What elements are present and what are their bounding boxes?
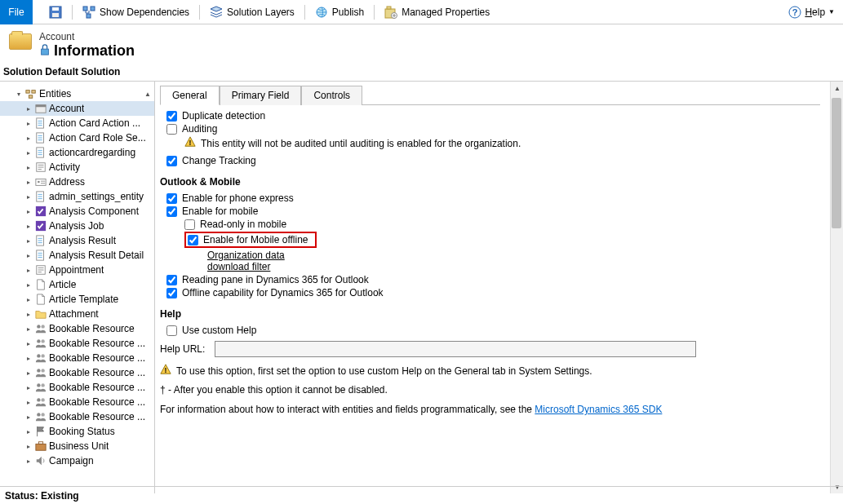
collapse-icon[interactable]: ▾ bbox=[15, 90, 23, 98]
tree-item[interactable]: ▸Action Card Role Se... bbox=[0, 130, 154, 145]
people-icon bbox=[35, 382, 47, 393]
expand-icon[interactable]: ▸ bbox=[24, 354, 33, 362]
tree-item[interactable]: ▸Bookable Resource ... bbox=[0, 336, 154, 351]
svg-rect-8 bbox=[387, 7, 391, 9]
expand-icon[interactable]: ▸ bbox=[24, 119, 33, 127]
tab-primary-field[interactable]: Primary Field bbox=[220, 86, 302, 105]
save-button[interactable] bbox=[44, 0, 67, 24]
duplicate-detection-checkbox[interactable] bbox=[166, 111, 177, 122]
tree-item-label: Article bbox=[49, 279, 76, 290]
expand-icon[interactable]: ▸ bbox=[24, 325, 33, 333]
tree-item[interactable]: ▸Bookable Resource ... bbox=[0, 351, 154, 365]
expand-icon[interactable]: ▸ bbox=[24, 281, 33, 289]
help-label: Help bbox=[805, 7, 825, 18]
solution-layers-button[interactable]: Solution Layers bbox=[205, 0, 299, 24]
tree-item[interactable]: ▸Attachment bbox=[0, 307, 154, 321]
tree-item[interactable]: ▸Bookable Resource bbox=[0, 321, 154, 336]
file-menu[interactable]: File bbox=[0, 0, 33, 24]
doc-icon bbox=[35, 294, 47, 305]
tab-general[interactable]: General bbox=[160, 86, 220, 105]
svg-point-43 bbox=[41, 413, 44, 416]
tree-root-entities[interactable]: ▾ Entities ▲ bbox=[0, 86, 154, 101]
tree-item[interactable]: ▸Bookable Resource ... bbox=[0, 409, 154, 424]
people-icon bbox=[35, 323, 47, 334]
tree-pane[interactable]: ▾ Entities ▲ ▸Account▸Action Card Action… bbox=[0, 82, 155, 493]
managed-properties-icon bbox=[384, 6, 397, 19]
tree-item[interactable]: ▸Action Card Action ... bbox=[0, 116, 154, 130]
tree-item[interactable]: ▸Bookable Resource ... bbox=[0, 380, 154, 395]
tree-item[interactable]: ▸Campaign bbox=[0, 453, 154, 468]
enable-phone-express-checkbox[interactable] bbox=[166, 193, 177, 204]
tree-item[interactable]: ▸Analysis Component bbox=[0, 204, 154, 219]
org-data-download-link[interactable]: Organization datadownload filter bbox=[207, 250, 285, 272]
tree-item[interactable]: ▸Address bbox=[0, 175, 154, 189]
tree-item[interactable]: ▸admin_settings_entity bbox=[0, 189, 154, 204]
expand-icon[interactable]: ▸ bbox=[24, 192, 33, 201]
readonly-mobile-checkbox[interactable] bbox=[184, 219, 195, 230]
tree-item[interactable]: ▸Business Unit bbox=[0, 439, 154, 453]
expand-icon[interactable]: ▸ bbox=[24, 148, 33, 157]
tree-item[interactable]: ▸Appointment bbox=[0, 263, 154, 277]
enable-mobile-checkbox[interactable] bbox=[166, 206, 177, 217]
tab-controls[interactable]: Controls bbox=[301, 86, 362, 105]
expand-icon[interactable]: ▸ bbox=[24, 222, 33, 230]
tree-item[interactable]: ▸Activity bbox=[0, 160, 154, 175]
expand-icon[interactable]: ▸ bbox=[24, 369, 33, 377]
offline-capability-checkbox[interactable] bbox=[166, 288, 177, 298]
publish-button[interactable]: Publish bbox=[310, 0, 369, 24]
expand-icon[interactable]: ▸ bbox=[24, 442, 33, 450]
auditing-checkbox[interactable] bbox=[166, 124, 177, 135]
expand-icon[interactable]: ▸ bbox=[24, 104, 33, 113]
managed-properties-button[interactable]: Managed Properties bbox=[379, 0, 495, 24]
card-icon bbox=[35, 176, 47, 188]
expand-icon[interactable]: ▸ bbox=[24, 295, 33, 303]
expand-icon[interactable]: ▸ bbox=[24, 383, 33, 391]
tree-item-label: Analysis Result bbox=[49, 235, 116, 246]
expand-icon[interactable]: ▸ bbox=[24, 178, 33, 186]
expand-icon[interactable]: ▸ bbox=[24, 266, 33, 274]
scrollbar[interactable]: ▲ ▼ bbox=[830, 82, 843, 493]
use-custom-help-checkbox[interactable] bbox=[166, 325, 177, 336]
tree-item[interactable]: ▸Analysis Job bbox=[0, 219, 154, 233]
tree-item[interactable]: ▸Article Template bbox=[0, 292, 154, 307]
tree-item[interactable]: ▸Bookable Resource ... bbox=[0, 365, 154, 380]
svg-point-41 bbox=[41, 398, 44, 401]
expand-icon[interactable]: ▸ bbox=[24, 310, 33, 318]
svg-rect-5 bbox=[87, 14, 91, 18]
expand-icon[interactable]: ▸ bbox=[24, 398, 33, 406]
form-icon bbox=[35, 147, 47, 158]
change-tracking-checkbox[interactable] bbox=[166, 156, 177, 166]
expand-icon[interactable]: ▸ bbox=[24, 207, 33, 215]
svg-rect-4 bbox=[91, 7, 95, 11]
scroll-up-icon[interactable]: ▲ bbox=[144, 91, 154, 98]
tree-item[interactable]: ▸Booking Status bbox=[0, 424, 154, 439]
form-icon bbox=[35, 235, 47, 246]
tree-item-label: Bookable Resource ... bbox=[49, 396, 145, 408]
scrollbar-thumb[interactable] bbox=[832, 98, 841, 228]
tree-item-label: actioncardregarding bbox=[49, 147, 135, 158]
expand-icon[interactable]: ▸ bbox=[24, 251, 33, 259]
svg-rect-14 bbox=[32, 91, 35, 94]
sdk-link[interactable]: Microsoft Dynamics 365 SDK bbox=[535, 404, 662, 415]
tree-item[interactable]: ▸Account bbox=[0, 101, 154, 116]
expand-icon[interactable]: ▸ bbox=[24, 163, 33, 171]
highlighted-option: Enable for Mobile offline bbox=[184, 232, 317, 248]
expand-icon[interactable]: ▸ bbox=[24, 237, 33, 245]
help-button[interactable]: ? Help ▼ bbox=[788, 6, 835, 19]
tree-item[interactable]: ▸Article bbox=[0, 277, 154, 292]
scroll-up-icon[interactable]: ▲ bbox=[832, 83, 842, 93]
expand-icon[interactable]: ▸ bbox=[24, 134, 33, 142]
expand-icon[interactable]: ▸ bbox=[24, 457, 33, 465]
svg-text:!: ! bbox=[165, 366, 167, 374]
tree-item[interactable]: ▸Analysis Result bbox=[0, 233, 154, 248]
expand-icon[interactable]: ▸ bbox=[24, 427, 33, 435]
expand-icon[interactable]: ▸ bbox=[24, 413, 33, 421]
show-dependencies-button[interactable]: Show Dependencies bbox=[78, 0, 194, 24]
tree-item[interactable]: ▸Bookable Resource ... bbox=[0, 395, 154, 409]
svg-point-42 bbox=[37, 413, 40, 416]
expand-icon[interactable]: ▸ bbox=[24, 339, 33, 347]
tree-item[interactable]: ▸Analysis Result Detail bbox=[0, 248, 154, 263]
tree-item[interactable]: ▸actioncardregarding bbox=[0, 145, 154, 160]
reading-pane-checkbox[interactable] bbox=[166, 275, 177, 285]
enable-mobile-offline-checkbox[interactable] bbox=[188, 235, 198, 245]
